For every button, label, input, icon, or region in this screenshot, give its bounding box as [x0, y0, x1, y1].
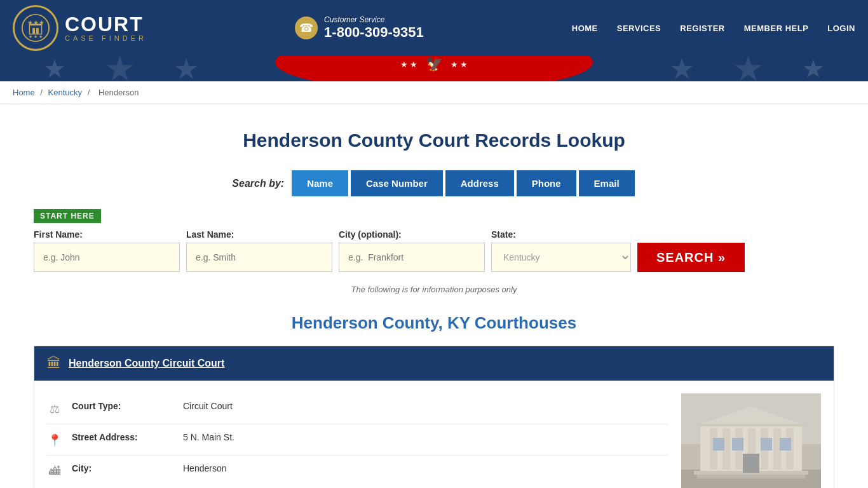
svg-rect-5 [29, 24, 41, 25]
svg-rect-20 [697, 424, 805, 426]
court-type-icon: ⚖ [47, 402, 62, 416]
svg-rect-22 [697, 475, 805, 478]
courthouse-body: ⚖ Court Type: Circuit Court 📍 Street Add… [34, 381, 834, 488]
city-input[interactable] [339, 243, 485, 272]
nav-register[interactable]: REGISTER [680, 24, 724, 33]
first-name-group: First Name: [34, 229, 180, 272]
tab-case-number[interactable]: Case Number [351, 170, 443, 196]
tab-email[interactable]: Email [579, 170, 635, 196]
nav-home[interactable]: HOME [572, 24, 598, 33]
city-detail-value: Henderson [183, 463, 227, 473]
phone-icon: ☎ [295, 17, 318, 39]
courthouses-title: Henderson County, KY Courthouses [34, 313, 834, 333]
logo-case-finder-label: CASE FINDER [65, 34, 147, 42]
logo-court-label: COURT [65, 14, 147, 34]
logo-text: COURT CASE FINDER [65, 14, 147, 42]
city-label: City (optional): [339, 229, 485, 240]
phone-number: 1-800-309-9351 [324, 24, 424, 41]
last-name-group: Last Name: [186, 229, 332, 272]
search-by-label: Search by: [232, 178, 284, 189]
tab-phone[interactable]: Phone [517, 170, 576, 196]
city-group: City (optional): [339, 229, 485, 272]
search-button[interactable]: SEARCH » [637, 243, 745, 272]
address-label: Street Address: [72, 432, 173, 442]
breadcrumb-state[interactable]: Kentucky [48, 88, 82, 97]
svg-rect-24 [713, 438, 724, 451]
main-nav: HOME SERVICES REGISTER MEMBER HELP LOGIN [572, 24, 855, 33]
info-note: The following is for information purpose… [34, 285, 834, 294]
svg-rect-4 [36, 28, 39, 34]
search-by-container: Search by: Name Case Number Address Phon… [34, 170, 834, 196]
breadcrumb-county: Henderson [98, 88, 139, 97]
header-phone: ☎ Customer Service 1-800-309-9351 [295, 15, 424, 41]
svg-rect-23 [743, 454, 759, 473]
city-row: 🏙 City: Henderson [47, 456, 668, 485]
logo-circle: ★★★ ★ ★ ★ [13, 5, 58, 51]
address-row: 📍 Street Address: 5 N. Main St. [47, 424, 668, 456]
courthouse-card: 🏛 Henderson County Circuit Court ⚖ Court… [34, 346, 834, 488]
city-detail-label: City: [72, 463, 173, 473]
breadcrumb-home[interactable]: Home [13, 88, 35, 97]
stars-banner: ★ ★ ★ ★ ★ ★ ★ ★ 🦅 ★ ★ [0, 56, 868, 81]
svg-rect-2 [29, 25, 41, 34]
page-title: Henderson County Court Records Lookup [34, 130, 834, 151]
svg-text:★ ★ ★: ★ ★ ★ [29, 34, 42, 39]
courthouse-name-link[interactable]: Henderson County Circuit Court [69, 358, 224, 369]
courthouse-details: ⚖ Court Type: Circuit Court 📍 Street Add… [47, 393, 668, 488]
address-value: 5 N. Main St. [183, 432, 234, 442]
breadcrumb: Home / Kentucky / Henderson [0, 81, 868, 104]
court-type-row: ⚖ Court Type: Circuit Court [47, 393, 668, 424]
svg-rect-26 [761, 438, 772, 451]
nav-login[interactable]: LOGIN [827, 24, 855, 33]
address-icon: 📍 [47, 433, 62, 447]
city-icon: 🏙 [47, 464, 62, 478]
svg-rect-27 [780, 438, 791, 451]
last-name-input[interactable] [186, 243, 332, 272]
first-name-label: First Name: [34, 229, 180, 240]
state-group: State: Kentucky Alabama Alaska Arizona C… [491, 229, 631, 272]
courthouse-header-icon: 🏛 [47, 355, 61, 372]
logo-container: ★★★ ★ ★ ★ COURT CASE FINDER [13, 5, 147, 51]
court-type-label: Court Type: [72, 401, 173, 411]
court-type-value: Circuit Court [183, 401, 233, 411]
nav-member-help[interactable]: MEMBER HELP [744, 24, 809, 33]
start-here-badge: START HERE [34, 209, 101, 223]
search-form: First Name: Last Name: City (optional): … [34, 229, 834, 272]
main-content: Henderson County Court Records Lookup Se… [21, 104, 847, 488]
first-name-input[interactable] [34, 243, 180, 272]
customer-service-label: Customer Service [324, 15, 424, 24]
state-label: State: [491, 229, 631, 240]
svg-rect-3 [32, 28, 35, 34]
tab-address[interactable]: Address [445, 170, 514, 196]
courthouse-header: 🏛 Henderson County Circuit Court [34, 346, 834, 381]
svg-rect-25 [732, 438, 743, 451]
nav-services[interactable]: SERVICES [617, 24, 661, 33]
tab-name[interactable]: Name [292, 170, 348, 196]
state-select[interactable]: Kentucky Alabama Alaska Arizona Californ… [491, 243, 631, 272]
last-name-label: Last Name: [186, 229, 332, 240]
courthouse-image [681, 393, 821, 488]
search-form-container: START HERE First Name: Last Name: City (… [34, 209, 834, 272]
site-header: ★★★ ★ ★ ★ COURT CASE FINDER ☎ Customer S… [0, 0, 868, 56]
